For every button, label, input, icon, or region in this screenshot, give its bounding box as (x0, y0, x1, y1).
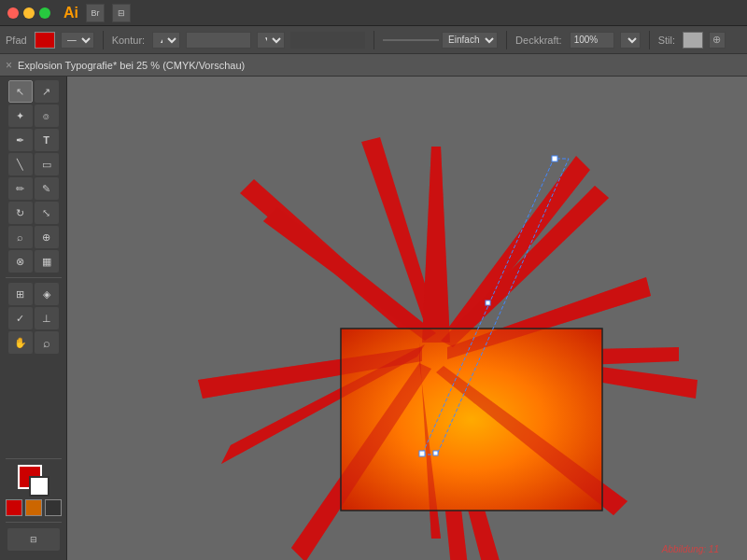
canvas-area[interactable]: Abbildung: 11 (67, 77, 747, 560)
tool-row-5: ✏ ✎ (8, 177, 59, 200)
tool-row-3: ✒ T (8, 129, 59, 151)
pencil-tool[interactable]: ✎ (35, 177, 59, 200)
stil-label: Stil: (658, 35, 675, 46)
paintbrush-tool[interactable]: ✏ (8, 177, 33, 200)
direct-selection-tool[interactable]: ↗ (35, 80, 59, 103)
tool-divider-2 (6, 458, 62, 459)
tool-row-11: ✋ ⌕ (8, 331, 59, 354)
divider-1 (103, 31, 104, 49)
screen-mode-row: ⊟ (7, 528, 60, 551)
warp-tool[interactable]: ⌕ (8, 226, 33, 248)
graph-tool[interactable]: ▦ (35, 250, 59, 273)
blend-tool[interactable]: ⊕ (35, 226, 59, 248)
hand-tool[interactable]: ✋ (8, 331, 33, 354)
text-tool[interactable]: T (35, 129, 59, 151)
opacity-input[interactable] (570, 32, 614, 49)
kontur-select[interactable]: ▲ (152, 32, 180, 49)
pen-tool[interactable]: ✒ (8, 129, 33, 151)
tool-row-7: ⌕ ⊕ (8, 226, 59, 248)
handle-bottom-left[interactable] (419, 451, 425, 456)
handle-center[interactable] (486, 301, 490, 305)
background-color[interactable] (29, 476, 49, 497)
tool-row-9: ⊞ ◈ (8, 283, 59, 305)
tool-row-2: ✦ ⌾ (8, 105, 59, 127)
eyedropper-tool[interactable]: ✓ (8, 307, 33, 329)
symbol-spray-tool[interactable]: ⊗ (8, 250, 33, 273)
path-label: Pfad (6, 35, 27, 46)
close-button[interactable] (7, 7, 19, 19)
stroke-style-select[interactable]: Einfach (442, 32, 498, 49)
magic-wand-tool[interactable]: ✦ (8, 105, 33, 127)
app-logo: Ai (63, 5, 78, 21)
stroke-preview (383, 39, 439, 41)
screen-mode-button[interactable]: ⊟ (7, 528, 60, 551)
main-area: ↖ ↗ ✦ ⌾ ✒ T ╲ ▭ ✏ ✎ ↻ ⤡ ⌕ ⊕ ⊗ ▦ (0, 77, 747, 560)
tool-row-8: ⊗ ▦ (8, 250, 59, 273)
kontur-unit[interactable]: ▼ (257, 32, 285, 49)
fill-type-select[interactable]: — (61, 32, 94, 49)
orange-swatch[interactable] (25, 499, 42, 516)
divider-4 (649, 31, 650, 49)
divider-2 (374, 31, 374, 49)
line-tool[interactable]: ╲ (8, 153, 33, 175)
stil-preview (683, 32, 703, 49)
color-swatches: ⊟ (6, 455, 62, 556)
tool-row-6: ↻ ⤡ (8, 202, 59, 224)
stroke-field[interactable] (290, 32, 365, 49)
kontur-value[interactable] (186, 32, 251, 49)
dark-swatch[interactable] (45, 499, 62, 516)
document-tab: × Explosion Typografie* bei 25 % (CMYK/V… (0, 54, 747, 77)
mesh-tool[interactable]: ⊞ (8, 283, 33, 305)
traffic-lights (7, 7, 50, 19)
opacity-label: Deckkraft: (515, 35, 562, 46)
red-swatch[interactable] (6, 499, 22, 516)
tab-title: Explosion Typografie* bei 25 % (CMYK/Vor… (18, 60, 245, 71)
rotate-tool[interactable]: ↻ (8, 202, 33, 224)
stroke-line-preview: Einfach (383, 32, 498, 49)
tool-row-10: ✓ ⊥ (8, 307, 59, 329)
scale-tool[interactable]: ⤡ (35, 202, 59, 224)
toolbar: Pfad — Kontur: ▲ ▼ Einfach Deckkraft: ▼ … (0, 26, 747, 54)
arrange-button[interactable]: ⊟ (112, 4, 131, 22)
bridge-button[interactable]: Br (86, 4, 105, 22)
rect-tool[interactable]: ▭ (35, 153, 59, 175)
style-options-button[interactable]: ⊕ (709, 32, 726, 49)
fg-bg-swatches[interactable] (18, 465, 49, 497)
lasso-tool[interactable]: ⌾ (35, 105, 59, 127)
tool-divider-1 (6, 277, 62, 278)
main-canvas: Abbildung: 11 (67, 77, 747, 560)
tool-row-4: ╲ ▭ (8, 153, 59, 175)
tab-close-button[interactable]: × (6, 59, 12, 72)
handle-top-right[interactable] (552, 156, 557, 161)
zoom-tool[interactable]: ⌕ (35, 331, 59, 354)
abbildung-text: Abbildung: 11 (661, 544, 719, 554)
swatch-row (6, 499, 62, 516)
tool-divider-3 (6, 522, 62, 523)
measure-tool[interactable]: ⊥ (35, 307, 59, 329)
maximize-button[interactable] (39, 7, 50, 19)
titlebar: Ai Br ⊟ (0, 0, 747, 26)
minimize-button[interactable] (23, 7, 35, 19)
tool-row-1: ↖ ↗ (8, 80, 59, 103)
selection-tool[interactable]: ↖ (8, 80, 33, 103)
opacity-select[interactable]: ▼ (620, 32, 641, 49)
divider-3 (506, 31, 507, 49)
left-toolbar: ↖ ↗ ✦ ⌾ ✒ T ╲ ▭ ✏ ✎ ↻ ⤡ ⌕ ⊕ ⊗ ▦ (0, 77, 67, 560)
gradient-tool[interactable]: ◈ (35, 283, 59, 305)
fill-color-box[interactable] (35, 32, 55, 49)
handle-bottom-mid[interactable] (433, 451, 438, 455)
kontur-label: Kontur: (112, 35, 145, 46)
